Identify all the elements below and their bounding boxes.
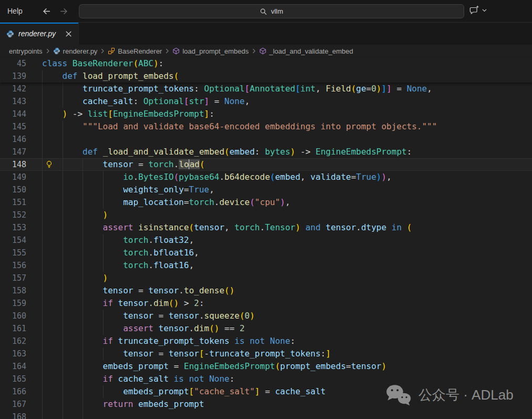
line-number[interactable]: 143 — [0, 95, 26, 108]
code-line-content: assert tensor.dim() == 2 — [42, 322, 532, 335]
code-line-159[interactable]: 159 if tensor.dim() > 2: — [0, 297, 532, 310]
line-number[interactable]: 45 — [0, 57, 26, 70]
line-number[interactable]: 159 — [0, 297, 26, 310]
line-number[interactable]: 144 — [0, 108, 26, 120]
token: not — [250, 336, 265, 346]
token: 0 — [371, 84, 376, 94]
line-number[interactable]: 146 — [0, 133, 26, 146]
line-number[interactable]: 155 — [0, 247, 26, 259]
token — [42, 210, 103, 220]
indent-guide — [63, 183, 63, 196]
line-number[interactable]: 157 — [0, 272, 26, 284]
copilot-menu-button[interactable] — [469, 5, 487, 16]
breadcrumb-item-entrypoints[interactable]: entrypoints — [9, 47, 43, 55]
breadcrumb-item--load-and-validate-embed[interactable]: _load_and_validate_embed — [259, 47, 353, 55]
token: . — [219, 172, 224, 182]
token: ) — [376, 84, 382, 94]
code-line-45[interactable]: 45class BaseRenderer(ABC): — [0, 57, 532, 70]
line-number[interactable]: 156 — [0, 259, 26, 272]
command-center-search[interactable]: vllm — [79, 4, 464, 18]
line-number[interactable]: 168 — [0, 411, 26, 419]
code-line-143[interactable]: 143 cache_salt: Optional[str] = None, — [0, 95, 532, 108]
line-number[interactable]: 142 — [0, 83, 26, 95]
arrow-left-icon[interactable] — [42, 7, 51, 16]
arrow-right-icon[interactable] — [59, 7, 68, 16]
line-number[interactable]: 147 — [0, 146, 26, 158]
indent-guide — [63, 284, 63, 297]
breadcrumb-item-baserenderer[interactable]: BaseRenderer — [108, 47, 162, 55]
code-line-158[interactable]: 158 tensor = tensor.to_dense() — [0, 284, 532, 297]
token — [392, 84, 397, 94]
tab-renderer-py[interactable]: renderer.py — [0, 23, 79, 45]
code-line-147[interactable]: 147 def _load_and_validate_embed(embed: … — [0, 146, 532, 158]
code-line-161[interactable]: 161 assert tensor.dim() == 2 — [0, 322, 532, 335]
token: tensor — [159, 323, 189, 333]
token — [42, 273, 103, 283]
line-number[interactable]: 166 — [0, 385, 26, 398]
code-line-163[interactable]: 163 tensor = tensor[-truncate_prompt_tok… — [0, 348, 532, 360]
line-number[interactable]: 162 — [0, 335, 26, 348]
vscode-window: { "titlebar": { "menu_items": ["Help"], … — [0, 0, 532, 419]
line-number[interactable]: 154 — [0, 234, 26, 247]
token: ) — [280, 197, 285, 207]
token: def — [63, 71, 78, 81]
token — [260, 386, 265, 396]
close-icon[interactable] — [65, 30, 72, 37]
token: = — [366, 84, 372, 94]
code-line-148[interactable]: 148 tensor = torch.load( — [0, 158, 532, 171]
token: . — [148, 248, 154, 258]
indent-guide — [42, 335, 43, 348]
line-number[interactable]: 164 — [0, 360, 26, 373]
token: squeeze — [204, 311, 239, 321]
line-number[interactable]: 152 — [0, 209, 26, 221]
token: truncate_prompt_tokens — [118, 336, 230, 346]
code-line-145[interactable]: 145 """Load and validate base64-encoded … — [0, 120, 532, 133]
code-line-162[interactable]: 162 if truncate_prompt_tokens is not Non… — [0, 335, 532, 348]
line-number[interactable]: 161 — [0, 322, 26, 335]
code-line-164[interactable]: 164 embeds_prompt = EngineEmbedsPrompt(p… — [0, 360, 532, 373]
indent-guide — [42, 221, 43, 234]
code-line-156[interactable]: 156 torch.float16, — [0, 259, 532, 272]
line-number[interactable]: 165 — [0, 373, 26, 385]
line-number[interactable]: 150 — [0, 183, 26, 196]
code-line-152[interactable]: 152 ) — [0, 209, 532, 221]
token: , — [209, 185, 214, 195]
breadcrumb-label: BaseRenderer — [118, 47, 162, 55]
code-line-151[interactable]: 151 map_location=torch.device("cpu"), — [0, 196, 532, 209]
breadcrumb-label: _load_and_validate_embed — [269, 47, 353, 55]
indent-guide — [42, 120, 43, 133]
code-line-160[interactable]: 160 tensor = tensor.squeeze(0) — [0, 310, 532, 322]
token: float32 — [154, 235, 189, 245]
line-number[interactable]: 148 — [0, 158, 26, 171]
token: . — [173, 159, 179, 169]
menu-item-help[interactable]: Help — [0, 7, 30, 15]
code-line-149[interactable]: 149 io.BytesIO(pybase64.b64decode(embed,… — [0, 171, 532, 183]
code-line-144[interactable]: 144 ) -> list[EngineEmbedsPrompt]: — [0, 108, 532, 120]
line-number[interactable]: 163 — [0, 348, 26, 360]
line-number[interactable]: 151 — [0, 196, 26, 209]
line-number[interactable]: 160 — [0, 310, 26, 322]
line-number[interactable]: 149 — [0, 171, 26, 183]
code-line-142[interactable]: 142 truncate_prompt_tokens: Optional[Ann… — [0, 83, 532, 95]
lightbulb-icon[interactable] — [45, 160, 53, 168]
code-line-154[interactable]: 154 torch.float32, — [0, 234, 532, 247]
breadcrumb-item-load-prompt-embeds[interactable]: load_prompt_embeds — [172, 47, 249, 55]
token: ( — [173, 172, 179, 182]
code-line-150[interactable]: 150 weights_only=True, — [0, 183, 532, 196]
code-line-139[interactable]: 139 def load_prompt_embeds( — [0, 70, 532, 83]
line-number[interactable]: 145 — [0, 120, 26, 133]
breadcrumb-item-renderer-py[interactable]: renderer.py — [53, 47, 98, 55]
token: : — [159, 58, 164, 68]
code-line-168[interactable]: 168 — [0, 411, 532, 419]
code-line-157[interactable]: 157 ) — [0, 272, 532, 284]
line-number[interactable]: 153 — [0, 221, 26, 234]
code-line-146[interactable]: 146 — [0, 133, 532, 146]
token: Tensor — [265, 222, 295, 232]
token: ) — [250, 311, 255, 321]
token: ( — [133, 58, 138, 68]
line-number[interactable]: 167 — [0, 398, 26, 411]
code-line-155[interactable]: 155 torch.bfloat16, — [0, 247, 532, 259]
line-number[interactable]: 158 — [0, 284, 26, 297]
code-line-153[interactable]: 153 assert isinstance(tensor, torch.Tens… — [0, 221, 532, 234]
line-number[interactable]: 139 — [0, 70, 26, 83]
